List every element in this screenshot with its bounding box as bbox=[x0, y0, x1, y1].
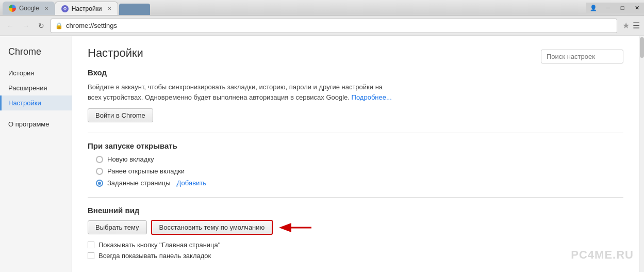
maximize-button[interactable]: □ bbox=[615, 3, 630, 13]
forward-button[interactable]: → bbox=[20, 20, 32, 32]
minimize-button[interactable]: ─ bbox=[601, 3, 615, 13]
restore-theme-container: Восстановить тему по умолчанию bbox=[151, 220, 273, 235]
sidebar-item-settings[interactable]: Настройки bbox=[0, 95, 72, 110]
signin-description: Войдите в аккаунт, чтобы синхронизироват… bbox=[88, 82, 397, 102]
tab-google-close[interactable]: ✕ bbox=[44, 6, 48, 11]
appearance-title: Внешний вид bbox=[88, 206, 623, 215]
tab-settings-label: Настройки bbox=[72, 5, 102, 12]
appearance-section: Внешний вид Выбрать тему Восстановить те… bbox=[88, 206, 623, 260]
window-controls: 👤 ─ □ ✕ bbox=[586, 0, 644, 15]
restore-theme-button[interactable]: Восстановить тему по умолчанию bbox=[151, 220, 273, 235]
startup-section: При запуске открывать Новую вкладку Ране… bbox=[88, 141, 623, 187]
new-tab-area bbox=[119, 4, 150, 15]
radio-set-pages-input[interactable] bbox=[96, 180, 103, 187]
sidebar-item-history[interactable]: История bbox=[0, 66, 72, 81]
google-icon bbox=[9, 5, 16, 12]
divider-2 bbox=[88, 197, 623, 198]
settings-icon: ⚙ bbox=[61, 5, 69, 12]
radio-prev-tabs-input[interactable] bbox=[96, 168, 103, 175]
tab-google[interactable]: Google ✕ bbox=[3, 2, 55, 15]
radio-prev-tabs[interactable]: Ранее открытые вкладки bbox=[96, 167, 623, 175]
checkbox-bookmarks[interactable]: Всегда показывать панель закладок bbox=[88, 252, 623, 260]
tab-google-label: Google bbox=[19, 5, 39, 12]
address-icon: 🔒 bbox=[55, 22, 63, 29]
address-bar[interactable]: 🔒 chrome://settings bbox=[51, 19, 617, 33]
checkbox-homepage-box[interactable] bbox=[88, 242, 94, 248]
menu-icon[interactable]: ☰ bbox=[633, 21, 640, 30]
appearance-buttons: Выбрать тему Восстановить тему по умолча… bbox=[88, 220, 623, 235]
title-bar: Google ✕ ⚙ Настройки ✕ 👤 ─ □ ✕ bbox=[0, 0, 644, 15]
toolbar: ← → ↻ 🔒 chrome://settings ★ ☰ bbox=[0, 15, 644, 36]
close-button[interactable]: ✕ bbox=[630, 3, 644, 13]
search-input[interactable] bbox=[541, 50, 623, 63]
signin-link[interactable]: Подробнее... bbox=[352, 93, 392, 101]
main-layout: Chrome История Расширения Настройки О пр… bbox=[0, 36, 644, 272]
user-icon[interactable]: 👤 bbox=[586, 3, 601, 13]
bookmark-star-icon[interactable]: ★ bbox=[622, 21, 630, 30]
red-arrow-icon bbox=[278, 220, 314, 235]
radio-set-pages[interactable]: Заданные страницы Добавить bbox=[96, 179, 623, 187]
reload-button[interactable]: ↻ bbox=[35, 20, 47, 32]
sidebar-title: Chrome bbox=[0, 46, 72, 66]
choose-theme-button[interactable]: Выбрать тему bbox=[88, 220, 147, 234]
signin-section: Вход Войдите в аккаунт, чтобы синхронизи… bbox=[88, 68, 623, 122]
content-area: Настройки Вход Войдите в аккаунт, чтобы … bbox=[72, 36, 639, 272]
radio-set-pages-label: Заданные страницы bbox=[107, 179, 171, 187]
checkbox-homepage[interactable]: Показывать кнопку "Главная страница" bbox=[88, 241, 623, 249]
checkbox-bookmarks-label: Всегда показывать панель закладок bbox=[98, 252, 211, 260]
scrollbar-thumb[interactable] bbox=[640, 37, 644, 58]
sidebar-item-extensions[interactable]: Расширения bbox=[0, 81, 72, 95]
back-button[interactable]: ← bbox=[4, 20, 16, 32]
scrollbar[interactable] bbox=[639, 36, 644, 272]
divider-1 bbox=[88, 133, 623, 133]
tabs-row: Google ✕ ⚙ Настройки ✕ bbox=[3, 2, 150, 15]
add-pages-link[interactable]: Добавить bbox=[177, 179, 206, 187]
signin-button[interactable]: Войти в Chrome bbox=[88, 108, 153, 122]
startup-radio-group: Новую вкладку Ранее открытые вкладки Зад… bbox=[96, 155, 623, 187]
sidebar-item-about[interactable]: О программе bbox=[0, 117, 72, 132]
radio-prev-tabs-label: Ранее открытые вкладки bbox=[107, 167, 185, 175]
radio-new-tab[interactable]: Новую вкладку bbox=[96, 155, 623, 163]
tab-settings-close[interactable]: ✕ bbox=[107, 6, 111, 11]
signin-title: Вход bbox=[88, 68, 623, 77]
address-text: chrome://settings bbox=[66, 22, 117, 29]
checkbox-homepage-label: Показывать кнопку "Главная страница" bbox=[98, 241, 220, 249]
checkbox-bookmarks-box[interactable] bbox=[88, 252, 94, 259]
sidebar: Chrome История Расширения Настройки О пр… bbox=[0, 36, 72, 272]
startup-title: При запуске открывать bbox=[88, 141, 623, 150]
radio-new-tab-input[interactable] bbox=[96, 156, 103, 163]
tab-settings[interactable]: ⚙ Настройки ✕ bbox=[55, 2, 118, 15]
radio-new-tab-label: Новую вкладку bbox=[107, 155, 154, 163]
